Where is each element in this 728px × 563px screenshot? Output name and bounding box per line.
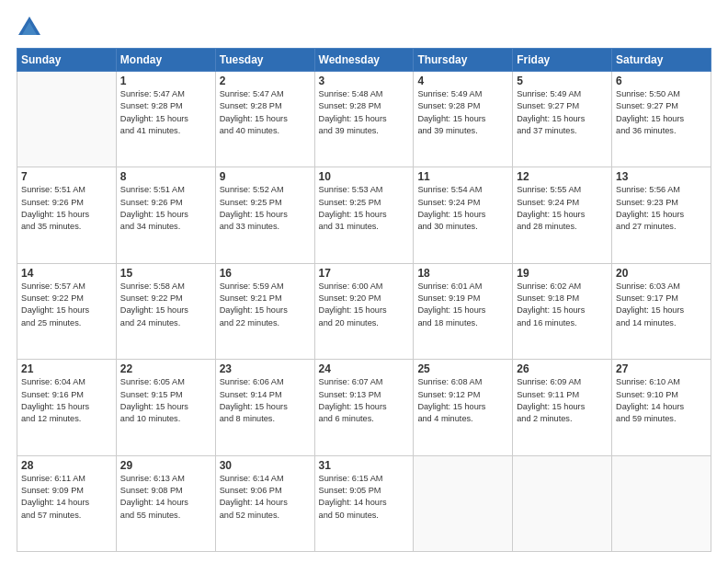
day-info: Sunrise: 5:50 AMSunset: 9:27 PMDaylight:… xyxy=(616,88,707,137)
weekday-header: Monday xyxy=(116,49,215,72)
day-number: 7 xyxy=(21,170,112,183)
day-number: 11 xyxy=(417,170,508,183)
day-info: Sunrise: 6:03 AMSunset: 9:17 PMDaylight:… xyxy=(616,281,707,329)
day-info: Sunrise: 6:08 AMSunset: 9:12 PMDaylight:… xyxy=(417,376,508,425)
calendar-cell: 29Sunrise: 6:13 AMSunset: 9:08 PMDayligh… xyxy=(116,455,215,551)
calendar-cell: 19Sunrise: 6:02 AMSunset: 9:18 PMDayligh… xyxy=(513,263,612,359)
calendar-cell: 30Sunrise: 6:14 AMSunset: 9:06 PMDayligh… xyxy=(215,455,314,551)
day-number: 16 xyxy=(220,267,311,280)
weekday-header: Sunday xyxy=(17,49,117,72)
day-number: 8 xyxy=(120,170,211,183)
calendar-cell xyxy=(612,455,711,551)
day-info: Sunrise: 6:00 AMSunset: 9:20 PMDaylight:… xyxy=(319,281,410,329)
day-number: 30 xyxy=(220,459,311,472)
calendar-cell: 23Sunrise: 6:06 AMSunset: 9:14 PMDayligh… xyxy=(215,360,314,455)
calendar-cell: 7Sunrise: 5:51 AMSunset: 9:26 PMDaylight… xyxy=(17,167,117,263)
day-number: 1 xyxy=(120,75,211,87)
weekday-header: Friday xyxy=(513,49,612,72)
calendar-cell: 16Sunrise: 5:59 AMSunset: 9:21 PMDayligh… xyxy=(215,263,314,359)
day-number: 26 xyxy=(517,362,608,375)
calendar-cell: 26Sunrise: 6:09 AMSunset: 9:11 PMDayligh… xyxy=(513,360,612,455)
calendar-cell: 10Sunrise: 5:53 AMSunset: 9:25 PMDayligh… xyxy=(314,167,414,263)
calendar-cell: 21Sunrise: 6:04 AMSunset: 9:16 PMDayligh… xyxy=(17,360,117,455)
weekday-header: Thursday xyxy=(414,49,513,72)
day-number: 25 xyxy=(417,362,508,375)
day-number: 18 xyxy=(417,267,508,280)
day-number: 13 xyxy=(616,170,707,183)
day-info: Sunrise: 5:49 AMSunset: 9:27 PMDaylight:… xyxy=(517,88,608,137)
calendar-cell xyxy=(513,455,612,551)
calendar-cell: 11Sunrise: 5:54 AMSunset: 9:24 PMDayligh… xyxy=(414,167,513,263)
day-info: Sunrise: 5:59 AMSunset: 9:21 PMDaylight:… xyxy=(220,281,311,329)
day-info: Sunrise: 6:15 AMSunset: 9:05 PMDaylight:… xyxy=(319,473,410,522)
day-info: Sunrise: 6:07 AMSunset: 9:13 PMDaylight:… xyxy=(319,376,410,425)
day-number: 6 xyxy=(616,75,707,87)
logo-icon xyxy=(17,15,42,40)
calendar-cell: 9Sunrise: 5:52 AMSunset: 9:25 PMDaylight… xyxy=(215,167,314,263)
day-number: 2 xyxy=(220,75,311,87)
calendar-cell: 5Sunrise: 5:49 AMSunset: 9:27 PMDaylight… xyxy=(513,72,612,167)
day-number: 29 xyxy=(120,459,211,472)
calendar-cell: 18Sunrise: 6:01 AMSunset: 9:19 PMDayligh… xyxy=(414,263,513,359)
day-info: Sunrise: 6:06 AMSunset: 9:14 PMDaylight:… xyxy=(220,376,311,425)
day-number: 15 xyxy=(120,267,211,280)
calendar-cell: 14Sunrise: 5:57 AMSunset: 9:22 PMDayligh… xyxy=(17,263,117,359)
day-number: 3 xyxy=(319,75,410,87)
page: SundayMondayTuesdayWednesdayThursdayFrid… xyxy=(0,0,728,563)
day-number: 17 xyxy=(319,267,410,280)
day-number: 9 xyxy=(220,170,311,183)
calendar-cell: 12Sunrise: 5:55 AMSunset: 9:24 PMDayligh… xyxy=(513,167,612,263)
calendar-cell: 22Sunrise: 6:05 AMSunset: 9:15 PMDayligh… xyxy=(116,360,215,455)
day-info: Sunrise: 5:53 AMSunset: 9:25 PMDaylight:… xyxy=(319,184,410,233)
day-number: 31 xyxy=(319,459,410,472)
day-info: Sunrise: 6:05 AMSunset: 9:15 PMDaylight:… xyxy=(120,376,211,425)
calendar-cell: 3Sunrise: 5:48 AMSunset: 9:28 PMDaylight… xyxy=(314,72,414,167)
day-number: 22 xyxy=(120,362,211,375)
calendar-cell: 13Sunrise: 5:56 AMSunset: 9:23 PMDayligh… xyxy=(612,167,711,263)
day-number: 19 xyxy=(517,267,608,280)
calendar-cell: 15Sunrise: 5:58 AMSunset: 9:22 PMDayligh… xyxy=(116,263,215,359)
calendar-cell xyxy=(414,455,513,551)
calendar-cell: 20Sunrise: 6:03 AMSunset: 9:17 PMDayligh… xyxy=(612,263,711,359)
day-info: Sunrise: 5:57 AMSunset: 9:22 PMDaylight:… xyxy=(21,281,112,329)
day-info: Sunrise: 6:02 AMSunset: 9:18 PMDaylight:… xyxy=(517,281,608,329)
day-number: 21 xyxy=(21,362,112,375)
calendar-cell xyxy=(17,72,117,167)
calendar-cell: 17Sunrise: 6:00 AMSunset: 9:20 PMDayligh… xyxy=(314,263,414,359)
day-info: Sunrise: 6:14 AMSunset: 9:06 PMDaylight:… xyxy=(220,473,311,522)
day-info: Sunrise: 5:51 AMSunset: 9:26 PMDaylight:… xyxy=(21,184,112,233)
weekday-header: Wednesday xyxy=(314,49,414,72)
calendar-cell: 24Sunrise: 6:07 AMSunset: 9:13 PMDayligh… xyxy=(314,360,414,455)
day-number: 4 xyxy=(417,75,508,87)
day-info: Sunrise: 5:47 AMSunset: 9:28 PMDaylight:… xyxy=(220,88,311,137)
weekday-header: Tuesday xyxy=(215,49,314,72)
day-info: Sunrise: 6:09 AMSunset: 9:11 PMDaylight:… xyxy=(517,376,608,425)
day-info: Sunrise: 5:55 AMSunset: 9:24 PMDaylight:… xyxy=(517,184,608,233)
logo xyxy=(17,15,46,40)
calendar-cell: 27Sunrise: 6:10 AMSunset: 9:10 PMDayligh… xyxy=(612,360,711,455)
calendar-cell: 1Sunrise: 5:47 AMSunset: 9:28 PMDaylight… xyxy=(116,72,215,167)
calendar-cell: 31Sunrise: 6:15 AMSunset: 9:05 PMDayligh… xyxy=(314,455,414,551)
day-number: 14 xyxy=(21,267,112,280)
day-info: Sunrise: 6:13 AMSunset: 9:08 PMDaylight:… xyxy=(120,473,211,522)
day-info: Sunrise: 6:11 AMSunset: 9:09 PMDaylight:… xyxy=(21,473,112,522)
calendar-cell: 2Sunrise: 5:47 AMSunset: 9:28 PMDaylight… xyxy=(215,72,314,167)
calendar-cell: 28Sunrise: 6:11 AMSunset: 9:09 PMDayligh… xyxy=(17,455,117,551)
day-info: Sunrise: 5:49 AMSunset: 9:28 PMDaylight:… xyxy=(417,88,508,137)
calendar-cell: 8Sunrise: 5:51 AMSunset: 9:26 PMDaylight… xyxy=(116,167,215,263)
day-info: Sunrise: 5:56 AMSunset: 9:23 PMDaylight:… xyxy=(616,184,707,233)
day-info: Sunrise: 5:51 AMSunset: 9:26 PMDaylight:… xyxy=(120,184,211,233)
calendar-cell: 4Sunrise: 5:49 AMSunset: 9:28 PMDaylight… xyxy=(414,72,513,167)
day-number: 5 xyxy=(517,75,608,87)
day-number: 12 xyxy=(517,170,608,183)
weekday-header: Saturday xyxy=(612,49,711,72)
calendar-cell: 6Sunrise: 5:50 AMSunset: 9:27 PMDaylight… xyxy=(612,72,711,167)
day-number: 10 xyxy=(319,170,410,183)
day-info: Sunrise: 5:54 AMSunset: 9:24 PMDaylight:… xyxy=(417,184,508,233)
day-number: 27 xyxy=(616,362,707,375)
day-info: Sunrise: 6:01 AMSunset: 9:19 PMDaylight:… xyxy=(417,281,508,329)
day-number: 20 xyxy=(616,267,707,280)
day-info: Sunrise: 5:48 AMSunset: 9:28 PMDaylight:… xyxy=(319,88,410,137)
day-number: 28 xyxy=(21,459,112,472)
calendar-cell: 25Sunrise: 6:08 AMSunset: 9:12 PMDayligh… xyxy=(414,360,513,455)
